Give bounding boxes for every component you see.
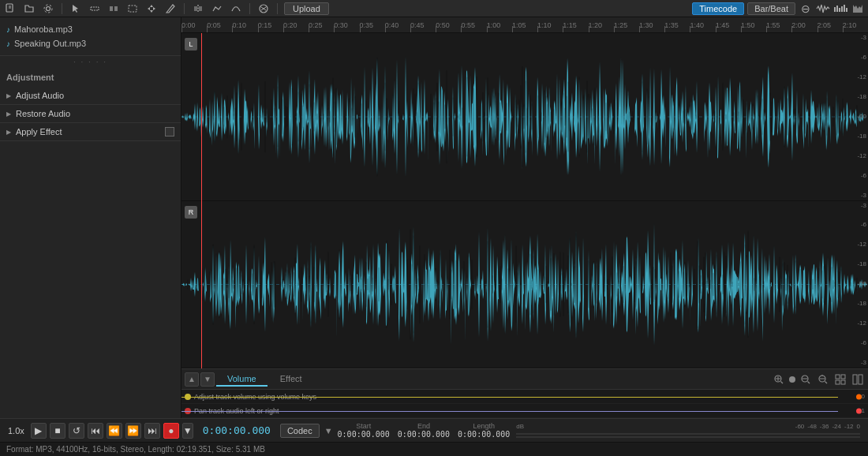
volume-track-2[interactable]: Pan track audio left or right -1: [181, 404, 868, 418]
skip-end-button[interactable]: ⏭: [144, 423, 160, 439]
separator3: [249, 3, 250, 14]
track-label-R: R: [185, 206, 197, 219]
ruler-label-15: 1:15: [563, 21, 577, 29]
settings-icon[interactable]: [41, 2, 55, 16]
tab-prev-button[interactable]: ▲: [185, 372, 199, 387]
svg-point-4: [44, 5, 52, 13]
length-time-item: Length 0:00:00.000: [458, 422, 510, 439]
ruler-label-26: 2:10: [843, 21, 857, 29]
left-panel: ♪ Mahoroba.mp3 ♪ Speaking Out.mp3 · · · …: [0, 17, 181, 418]
adjust-audio-header[interactable]: ▶ Adjust Audio: [0, 87, 181, 104]
timecode-button[interactable]: Timecode: [692, 2, 744, 15]
ruler-label-13: 1:05: [512, 21, 526, 29]
ruler-tick-14: [537, 26, 538, 32]
start-label: Start: [356, 422, 371, 430]
envelope-icon[interactable]: [210, 2, 224, 16]
svg-rect-16: [836, 6, 838, 12]
open-file-icon[interactable]: [22, 2, 36, 16]
svg-rect-8: [129, 6, 137, 12]
time-ruler[interactable]: 0:000:050:100:150:200:250:300:350:400:45…: [181, 17, 868, 33]
cursor-icon[interactable]: [69, 2, 83, 16]
marquee-icon[interactable]: [125, 2, 140, 16]
chevron-right-icon3: ▶: [6, 129, 11, 136]
ruler-tick-19: [664, 26, 665, 32]
apply-effect-header[interactable]: ▶ Apply Effect: [0, 123, 181, 140]
end-time-item: End 0:00:00.000: [398, 422, 450, 439]
svg-rect-15: [834, 7, 836, 12]
file-list: ♪ Mahoroba.mp3 ♪ Speaking Out.mp3: [0, 17, 181, 56]
play-button[interactable]: ▶: [31, 423, 47, 439]
volume-track-1[interactable]: Adjust track volume using volume keys 0: [181, 390, 868, 404]
bar-beat-button[interactable]: Bar/Beat: [747, 2, 795, 15]
grid-icon[interactable]: [833, 372, 847, 387]
restore-audio-label: Restore Audio: [16, 109, 70, 118]
ruler-tick-5: [309, 26, 309, 32]
zoom-dot: [789, 376, 795, 383]
vu-meter-container: dB -60 -48 -36 -24 -12 0: [513, 423, 863, 438]
zoom-out-icon[interactable]: ⊖: [799, 2, 813, 16]
skip-start-button[interactable]: ⏮: [88, 423, 103, 439]
zoom-fit-icon[interactable]: [816, 372, 830, 387]
svg-rect-36: [853, 375, 857, 384]
zoom-in-icon[interactable]: [772, 372, 786, 387]
zoom-out-icon2[interactable]: [799, 372, 813, 387]
new-file-icon[interactable]: [3, 2, 17, 16]
stop-button[interactable]: ■: [50, 423, 65, 439]
time-select-icon[interactable]: [107, 2, 121, 16]
adjustment-header: Adjustment: [0, 68, 181, 87]
restore-audio-header[interactable]: ▶ Restore Audio: [0, 105, 181, 122]
volume-tab[interactable]: Volume: [216, 372, 268, 387]
waveform-view-icon[interactable]: [816, 2, 830, 16]
chevron-right-icon: ▶: [6, 92, 11, 99]
vu-meter-R: [516, 436, 860, 438]
select-icon[interactable]: [88, 2, 102, 16]
svg-rect-34: [836, 380, 840, 384]
length-value: 0:00:00.000: [458, 430, 510, 439]
fx-icon[interactable]: [256, 2, 271, 16]
record-button[interactable]: ●: [163, 423, 179, 439]
tab-next-button[interactable]: ▼: [200, 372, 215, 387]
ruler-tick-18: [639, 26, 640, 32]
record-dropdown[interactable]: ▼: [182, 423, 193, 439]
ruler-tick-9: [410, 26, 411, 32]
tracks-container[interactable]: L -3 -6 -12 -18 -00 -18 -12 -6 -3 R: [181, 33, 868, 368]
separator2: [184, 3, 185, 14]
spectrum-icon[interactable]: [833, 2, 847, 16]
file-item-mahoroba[interactable]: ♪ Mahoroba.mp3: [0, 22, 181, 36]
ruler-label-23: 1:55: [766, 21, 780, 29]
time-info-group: Start 0:00:00.000 End 0:00:00.000 Length…: [338, 422, 511, 439]
bars-icon[interactable]: [851, 2, 865, 16]
ruler-tick-12: [487, 26, 488, 32]
svg-point-3: [47, 6, 51, 10]
ruler-tick-21: [716, 26, 716, 32]
separator4: [277, 3, 278, 14]
separator: [62, 3, 62, 14]
ruler-tick-20: [690, 26, 690, 32]
rewind-button[interactable]: ⏪: [107, 423, 122, 439]
razor-icon[interactable]: [163, 2, 178, 16]
file-item-speaking[interactable]: ♪ Speaking Out.mp3: [0, 36, 181, 50]
waveform-canvas-L: [181, 33, 868, 200]
ruler-tick-2: [232, 26, 233, 32]
fast-forward-button[interactable]: ⏩: [125, 423, 141, 439]
ruler-label-25: 2:05: [817, 21, 832, 29]
volume-env-icon[interactable]: [229, 2, 243, 16]
svg-rect-10: [194, 6, 197, 11]
ruler-tick-3: [258, 26, 259, 32]
loop-button[interactable]: ↺: [69, 423, 84, 439]
codec-dropdown-arrow[interactable]: ▼: [323, 426, 335, 435]
split-icon[interactable]: [191, 2, 205, 16]
svg-rect-7: [114, 6, 118, 11]
move-icon[interactable]: [144, 2, 159, 16]
more-icon[interactable]: [851, 372, 865, 387]
ruler-label-9: 0:45: [410, 21, 425, 29]
upload-button[interactable]: Upload: [284, 2, 329, 15]
apply-effect-section: ▶ Apply Effect: [0, 123, 181, 141]
ruler-label-10: 0:50: [436, 21, 450, 29]
ruler-label-12: 1:00: [487, 21, 501, 29]
effect-tab[interactable]: Effect: [269, 372, 313, 387]
tabs-row: ▲ ▼ Volume Effect: [181, 369, 868, 390]
codec-button[interactable]: Codec: [280, 424, 320, 438]
bottom-section: ▲ ▼ Volume Effect: [181, 368, 868, 418]
ruler-tick-13: [512, 26, 513, 32]
